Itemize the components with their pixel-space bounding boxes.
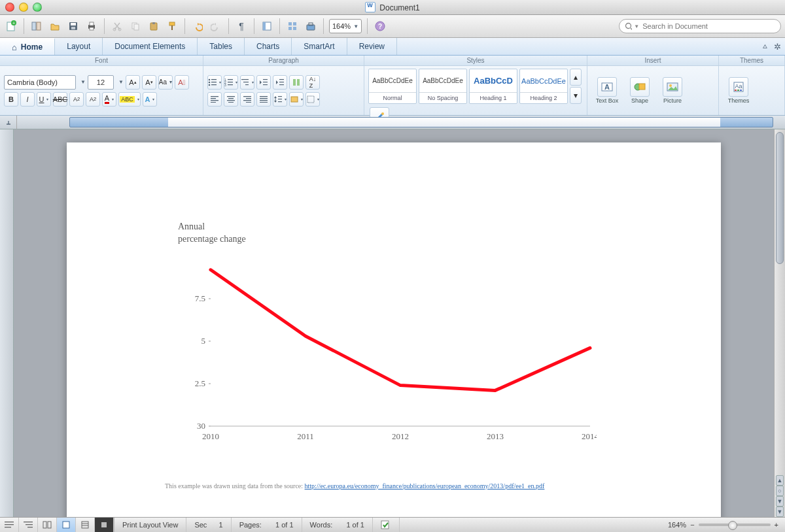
italic-button[interactable]: I [20,92,35,107]
increase-indent-button[interactable] [273,75,287,90]
horizontal-ruler[interactable] [69,117,773,127]
style-normal[interactable]: AaBbCcDdEe Normal [368,69,417,104]
chevron-down-icon[interactable]: ▼ [80,79,86,85]
font-color-button[interactable]: A▾ [102,92,116,107]
borders-button[interactable]: ▾ [305,92,320,107]
zoom-slider-thumb[interactable] [728,521,737,530]
font-size-combo[interactable]: 12 [88,75,114,90]
close-window-button[interactable] [5,3,14,12]
ribbon-collapse-button[interactable]: ㅿ [761,42,769,52]
zoom-value[interactable]: 164% [668,521,686,529]
ribbon-options-button[interactable]: ✲ [774,42,781,52]
tab-tables[interactable]: Tables [198,38,245,55]
format-painter-button[interactable] [165,19,179,33]
status-spellcheck[interactable] [373,518,400,532]
clear-formatting-button[interactable]: A⃠ [175,75,189,90]
align-center-button[interactable] [224,92,238,107]
align-right-button[interactable] [240,92,254,107]
insert-shape-button[interactable]: Shape [624,76,655,106]
toolbox-button[interactable] [304,19,318,33]
tab-document-elements[interactable]: Document Elements [103,38,198,55]
align-left-button[interactable] [207,92,222,107]
subscript-button[interactable]: A2 [86,92,100,107]
styles-scroll-down[interactable]: ▾ [570,87,582,104]
vertical-scrollbar[interactable]: ▲ ○ ▼ ▼ [774,129,785,517]
themes-button[interactable]: Aa Themes [723,76,754,106]
status-section[interactable]: Sec 1 [186,518,231,532]
bold-button[interactable]: B [4,92,18,107]
zoom-window-button[interactable] [33,3,42,12]
new-doc-button[interactable]: + [4,19,18,33]
copy-button[interactable] [128,19,143,33]
search-field[interactable]: ▼ [619,19,781,33]
style-heading-1[interactable]: AaBbCcD Heading 1 [469,69,517,104]
draft-view-button[interactable] [0,518,19,532]
insert-text-box-button[interactable]: A Text Box [591,76,623,106]
gallery-button[interactable] [285,19,300,33]
change-case-button[interactable]: Aa▾ [158,75,173,90]
cut-button[interactable] [110,19,124,33]
save-button[interactable] [66,19,80,33]
superscript-button[interactable]: A2 [69,92,84,107]
outline-view-button[interactable] [19,518,38,532]
line-spacing-button[interactable]: ▾ [273,92,287,107]
shrink-font-button[interactable]: A▾ [142,75,156,90]
zoom-in-button[interactable]: + [775,521,778,529]
notebook-view-button[interactable] [76,518,95,532]
scroll-down-button[interactable]: ▼ [776,507,784,517]
open-button[interactable] [48,19,62,33]
publishing-view-button[interactable] [38,518,57,532]
print-layout-view-button[interactable] [57,518,76,532]
vertical-ruler[interactable] [0,129,14,517]
tab-stop-selector[interactable] [0,116,17,129]
shading-button[interactable]: ▾ [289,92,304,107]
status-pages[interactable]: Pages: 1 of 1 [232,518,302,532]
highlight-button[interactable]: ABC▾ [118,92,141,107]
underline-button[interactable]: U▾ [37,92,51,107]
text-effects-button[interactable]: A▾ [143,92,157,107]
font-name-combo[interactable]: Cambria (Body) [4,75,76,90]
browse-object-button[interactable]: ○ [776,486,784,496]
style-no-spacing[interactable]: AaBbCcDdEe No Spacing [419,69,467,104]
show-formatting-button[interactable]: ¶ [234,19,249,33]
tab-review[interactable]: Review [347,38,397,55]
paste-button[interactable] [147,19,161,33]
styles-scroll-up[interactable]: ▴ [570,69,582,86]
redo-button[interactable] [209,19,223,33]
numbering-button[interactable]: 123▾ [224,75,238,90]
tab-layout[interactable]: Layout [55,38,103,55]
grow-font-button[interactable]: A▴ [126,75,140,90]
multilevel-list-button[interactable]: ▾ [240,75,254,90]
tab-charts[interactable]: Charts [245,38,292,55]
text-direction-button[interactable] [289,75,304,90]
scrollbar-thumb[interactable] [776,132,784,264]
zoom-combo[interactable]: 164%▼ [329,19,362,33]
document-scroll-area[interactable]: Annual percentage change 302.557.5201020… [14,129,774,517]
zoom-out-button[interactable]: − [690,521,694,529]
document-page[interactable]: Annual percentage change 302.557.5201020… [67,142,721,517]
chevron-down-icon[interactable]: ▼ [118,79,124,85]
help-button[interactable]: ? [373,19,387,33]
source-link[interactable]: http://ec.europa.eu/economy_finance/publ… [305,482,545,490]
templates-button[interactable] [29,19,44,33]
sidebar-toggle-button[interactable] [260,19,274,33]
strikethrough-button[interactable]: ABC [53,92,67,107]
minimize-window-button[interactable] [19,3,28,12]
sort-button[interactable]: A↓Z [305,75,320,90]
next-page-button[interactable]: ▼ [776,496,784,507]
justify-button[interactable] [256,92,271,107]
insert-picture-button[interactable]: Picture [657,76,688,106]
search-input[interactable] [641,22,775,31]
tab-home[interactable]: Home [0,38,55,55]
focus-view-button[interactable] [95,518,114,532]
prev-page-button[interactable]: ▲ [776,475,784,486]
status-words[interactable]: Words: 1 of 1 [302,518,373,532]
bullets-button[interactable]: ▾ [207,75,222,90]
undo-button[interactable] [190,19,205,33]
style-heading-2[interactable]: AaBbCcDdEe Heading 2 [519,69,568,104]
decrease-indent-button[interactable] [256,75,271,90]
zoom-slider[interactable] [699,524,771,526]
tab-smartart[interactable]: SmartArt [292,38,347,55]
svg-rect-109 [43,522,46,528]
print-button[interactable] [84,19,99,33]
